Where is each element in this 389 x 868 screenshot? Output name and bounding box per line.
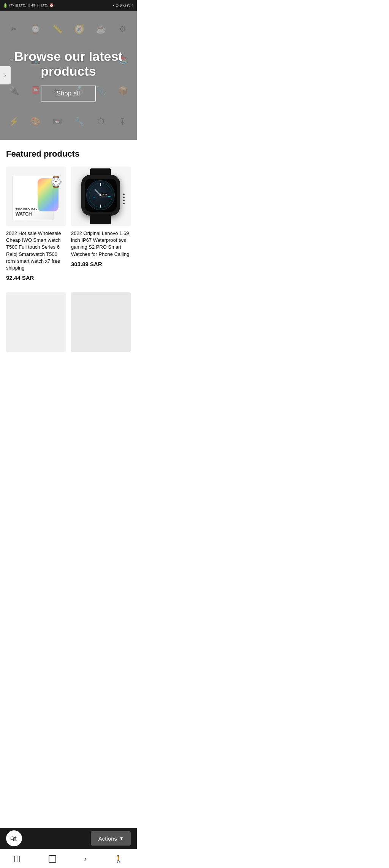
- bg-icon-bolt: ⚡: [3, 106, 25, 137]
- product-image-3-placeholder: [6, 292, 66, 352]
- shopify-logo: 🛍: [6, 830, 22, 846]
- bg-icon-palette: 🎨: [25, 106, 46, 137]
- android-nav-bar: ||| › 🚶: [0, 849, 137, 868]
- status-right: • ⊙ ∂ ◁ ٢:٠١: [113, 3, 134, 8]
- watch-box-model: T900 PRO MAX: [16, 208, 38, 211]
- battery-icon: 🔋: [3, 3, 8, 8]
- bg-icon-ruler: 📏: [47, 14, 68, 44]
- hero-title: Browse our latest products: [0, 49, 137, 79]
- product-visual-1: T900 PRO MAX WATCH ⌚: [6, 167, 66, 226]
- shopify-bag-icon: 🛍: [10, 834, 18, 843]
- time-display: ٢:٠١: [127, 3, 134, 8]
- more-products-row: [0, 287, 137, 357]
- bg-icon-box: 📦: [112, 75, 134, 106]
- status-left: 🔋 ٢٣٪ ||| LTE₂ ||| 4G ↑↓ LTE₁ ⏰: [3, 3, 54, 8]
- hero-section: ✂ ⌚ 📏 🧭 ☕ ⚙ 👓 📷 🔭 🗺 ✒ 📚 🔌 📮 🗝 💍 📎 📦 ⚡ 🎨 …: [0, 11, 137, 140]
- bg-icon-cup: ☕: [90, 14, 112, 44]
- smartwatch-body: 08-28 096: [81, 175, 120, 216]
- signal-text: ٢٣٪ ||| LTE₂ ||| 4G ↑↓ LTE₁ ⏰: [9, 3, 54, 7]
- product-price-2: 303.89 SAR: [71, 261, 131, 267]
- watch-box-label: WATCH: [16, 211, 32, 217]
- shop-all-button[interactable]: Shop all: [41, 86, 96, 102]
- bottom-action-bar: 🛍 Actions ▾: [0, 828, 137, 849]
- product-image-2: 08-28 096: [71, 167, 131, 226]
- bg-icon-cog: 🔧: [68, 106, 90, 137]
- product-card-2[interactable]: 08-28 096: [71, 167, 131, 281]
- products-grid: T900 PRO MAX WATCH ⌚ 2022 Hot sale Whole…: [6, 167, 131, 281]
- nav-home-icon[interactable]: [49, 855, 56, 863]
- status-bar: 🔋 ٢٣٪ ||| LTE₂ ||| 4G ↑↓ LTE₁ ⏰ • ⊙ ∂ ◁ …: [0, 0, 137, 11]
- actions-label: Actions: [98, 835, 117, 842]
- product-card-1[interactable]: T900 PRO MAX WATCH ⌚ 2022 Hot sale Whole…: [6, 167, 66, 281]
- wifi-icon: ∂: [120, 3, 122, 8]
- product-visual-2: 08-28 096: [71, 167, 131, 226]
- actions-dropdown-icon: ▾: [120, 835, 123, 842]
- watch-small-icon: ⌚: [49, 176, 63, 188]
- nav-menu-icon[interactable]: |||: [14, 855, 21, 862]
- bg-icon-mic: 🎙: [112, 106, 134, 137]
- nav-forward-icon[interactable]: ›: [84, 854, 87, 863]
- featured-products-section: Featured products T900 PRO MAX WATCH ⌚ 2…: [0, 140, 137, 287]
- bg-icon-compass: 🧭: [68, 14, 90, 44]
- bg-icon-scissors: ✂: [3, 14, 25, 44]
- bg-icon-gear: ⚙: [112, 14, 134, 44]
- product-name-2: 2022 Original Lenovo 1.69 inch IP67 Wate…: [71, 230, 131, 258]
- watch-band-bottom: [90, 214, 111, 224]
- bg-icon-timer: ⏱: [90, 106, 112, 137]
- product-name-1: 2022 Hot sale Wholesale Cheap IWO Smart …: [6, 230, 66, 271]
- product-image-4-placeholder: [71, 292, 131, 352]
- nav-accessibility-icon[interactable]: 🚶: [114, 855, 123, 863]
- hero-prev-arrow[interactable]: ›: [0, 66, 11, 84]
- bg-icon-tape: 📼: [47, 106, 68, 137]
- product-image-1: T900 PRO MAX WATCH ⌚: [6, 167, 66, 226]
- watch-band-holes: [123, 194, 125, 204]
- send-icon: ◁: [123, 3, 126, 8]
- dot-icon: •: [113, 3, 115, 8]
- product-price-1: 92.44 SAR: [6, 275, 66, 281]
- smartwatch-screen: 08-28 096: [85, 179, 117, 212]
- featured-products-title: Featured products: [6, 149, 131, 159]
- actions-button[interactable]: Actions ▾: [91, 831, 131, 846]
- clock-icon: ⊙: [115, 3, 119, 8]
- bg-icon-watch: ⌚: [25, 14, 46, 44]
